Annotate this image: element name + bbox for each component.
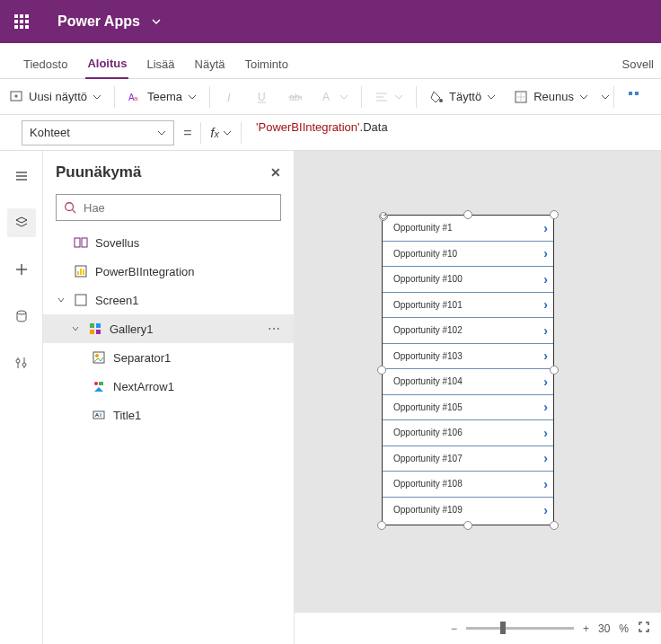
hamburger-button[interactable] <box>7 162 36 190</box>
svg-rect-55 <box>99 382 103 385</box>
gallery-icon <box>88 322 102 336</box>
resize-handle-se[interactable] <box>550 521 559 530</box>
svg-rect-8 <box>25 25 29 29</box>
app-title: Power Apps <box>43 13 149 30</box>
property-selector[interactable]: Kohteet <box>22 120 174 146</box>
tree-node-gallery[interactable]: Gallery1 ⋯ <box>43 314 294 343</box>
zoom-slider[interactable] <box>466 627 574 630</box>
tab-home[interactable]: Aloitus <box>85 48 128 79</box>
tree-search[interactable] <box>56 194 281 221</box>
svg-point-38 <box>22 363 26 366</box>
chevron-right-icon[interactable]: › <box>543 323 548 338</box>
equals-sign: = <box>183 125 191 141</box>
underline-button[interactable]: U <box>246 79 278 115</box>
theme-button[interactable]: Aa Teema <box>119 79 206 115</box>
resize-handle-sw[interactable] <box>377 521 386 530</box>
resize-handle-s[interactable] <box>463 521 472 530</box>
gallery-row-label: Opportunity #10 <box>393 249 457 259</box>
chevron-down-icon <box>579 93 588 101</box>
tree-node-powerbi[interactable]: PowerBIIntegration <box>43 257 294 286</box>
gallery-selection[interactable]: Opportunity #1›Opportunity #10›Opportuni… <box>382 215 554 525</box>
fit-screen-icon[interactable] <box>638 621 650 636</box>
new-screen-button[interactable]: Uusi näyttö <box>0 79 110 115</box>
resize-handle-w[interactable] <box>377 366 386 375</box>
chevron-down-icon[interactable] <box>151 16 162 27</box>
waffle-icon[interactable] <box>0 0 43 43</box>
canvas[interactable]: Opportunity #1›Opportunity #10›Opportuni… <box>295 151 661 644</box>
gallery-row[interactable]: Opportunity #103› <box>383 344 553 370</box>
chevron-right-icon[interactable]: › <box>543 400 548 414</box>
resize-handle-ne[interactable] <box>550 210 559 219</box>
tree-view-button[interactable] <box>7 208 36 237</box>
chevron-right-icon[interactable]: › <box>543 221 548 235</box>
chevron-right-icon[interactable]: › <box>543 451 548 465</box>
tab-action[interactable]: Toiminto <box>243 49 290 78</box>
gallery-row[interactable]: Opportunity #107› <box>383 446 553 472</box>
expand-icon[interactable] <box>56 296 66 304</box>
zoom-thumb[interactable] <box>500 622 506 634</box>
border-button[interactable]: Reunus <box>505 79 597 115</box>
gallery-row[interactable]: Opportunity #105› <box>383 395 553 421</box>
chevron-right-icon[interactable]: › <box>543 426 548 440</box>
tree-node-screen[interactable]: Screen1 <box>43 286 294 314</box>
gallery-row-label: Opportunity #107 <box>393 454 463 463</box>
search-icon <box>64 201 76 214</box>
more-button[interactable] <box>618 79 650 115</box>
zoom-out-button[interactable]: − <box>451 622 457 635</box>
fill-icon <box>429 90 444 104</box>
tab-view[interactable]: Näytä <box>193 49 227 78</box>
toolbar-divider <box>114 86 115 108</box>
data-button[interactable] <box>7 302 36 331</box>
theme-label: Teema <box>147 90 182 103</box>
gallery-row[interactable]: Opportunity #108› <box>383 472 553 498</box>
rotate-handle[interactable] <box>379 212 388 221</box>
zoom-in-button[interactable]: + <box>583 622 589 635</box>
chevron-right-icon[interactable]: › <box>543 272 548 287</box>
gallery-row[interactable]: Opportunity #100› <box>383 267 553 293</box>
powerbi-icon <box>74 264 88 278</box>
tab-file[interactable]: Tiedosto <box>22 49 69 78</box>
align-button[interactable] <box>366 79 412 115</box>
database-icon <box>14 309 29 323</box>
tree-node-label: Sovellus <box>95 236 139 250</box>
svg-rect-4 <box>20 20 23 23</box>
chevron-down-icon[interactable] <box>601 93 610 101</box>
tree: Sovellus PowerBIIntegration Screen1 Gall… <box>43 228 294 644</box>
chevron-right-icon[interactable]: › <box>543 503 548 517</box>
resize-handle-e[interactable] <box>550 366 559 375</box>
tree-node-separator[interactable]: Separator1 <box>43 343 294 372</box>
more-icon[interactable]: ⋯ <box>268 322 281 336</box>
fill-button[interactable]: Täyttö <box>420 79 505 115</box>
gallery-control[interactable]: Opportunity #1›Opportunity #10›Opportuni… <box>382 215 554 525</box>
svg-rect-1 <box>20 14 23 18</box>
font-color-button[interactable]: A <box>311 79 357 115</box>
gallery-row[interactable]: Opportunity #10› <box>383 242 553 268</box>
tree-node-label: NextArrow1 <box>113 380 174 393</box>
resize-handle-n[interactable] <box>463 210 472 219</box>
formula-input[interactable]: 'PowerBIIntegration'.Data <box>251 120 639 146</box>
expand-icon[interactable] <box>70 324 81 333</box>
tools-button[interactable] <box>7 348 36 377</box>
chevron-right-icon[interactable]: › <box>543 246 548 260</box>
gallery-row[interactable]: Opportunity #102› <box>383 318 553 344</box>
chevron-right-icon[interactable]: › <box>543 297 548 312</box>
chevron-right-icon[interactable]: › <box>543 348 548 363</box>
tree-node-nextarrow[interactable]: NextArrow1 <box>43 372 294 401</box>
search-input[interactable] <box>84 201 273 215</box>
italic-button[interactable]: I <box>214 79 246 115</box>
fx-button[interactable]: fx <box>210 125 232 140</box>
svg-rect-45 <box>80 269 82 275</box>
gallery-row[interactable]: Opportunity #104› <box>383 369 553 395</box>
tree-node-app[interactable]: Sovellus <box>43 228 294 257</box>
gallery-row[interactable]: Opportunity #1› <box>383 216 553 242</box>
chevron-right-icon[interactable]: › <box>543 477 548 491</box>
strike-button[interactable]: abc <box>278 79 311 115</box>
tab-insert[interactable]: Lisää <box>145 49 176 78</box>
insert-button[interactable] <box>7 255 36 284</box>
gallery-row[interactable]: Opportunity #106› <box>383 420 553 446</box>
tree-node-title[interactable]: Title1 <box>43 401 294 429</box>
close-icon[interactable]: ✕ <box>270 165 281 180</box>
gallery-row[interactable]: Opportunity #101› <box>383 293 553 319</box>
chevron-right-icon[interactable]: › <box>543 375 548 389</box>
gallery-row[interactable]: Opportunity #109› <box>383 498 553 524</box>
